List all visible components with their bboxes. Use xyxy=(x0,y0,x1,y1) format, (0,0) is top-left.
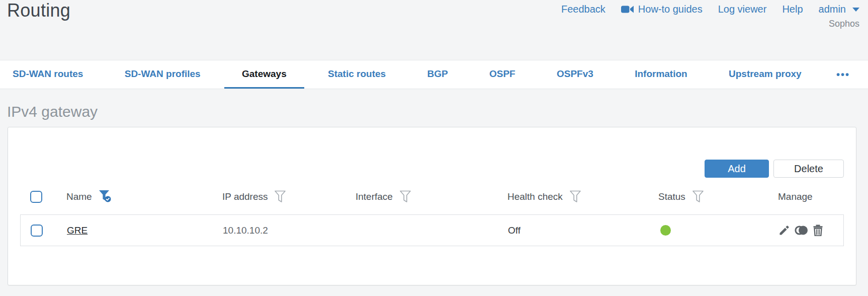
top-nav: Feedback How-to guides Log viewer Help a… xyxy=(561,4,859,15)
column-header-manage: Manage xyxy=(778,191,844,202)
edit-pencil-icon[interactable] xyxy=(778,225,790,236)
column-header-ip-address: IP address xyxy=(222,190,356,203)
tab-sd-wan-profiles[interactable]: SD-WAN profiles xyxy=(107,60,218,89)
gateway-table-panel: Add Delete Name IP address xyxy=(8,127,856,285)
user-menu[interactable]: admin xyxy=(819,4,859,15)
row-checkbox[interactable] xyxy=(31,225,43,237)
column-header-interface: Interface xyxy=(356,190,507,203)
column-header-health-check: Health check xyxy=(507,190,658,203)
tab-ospfv3[interactable]: OSPFv3 xyxy=(539,60,611,89)
delete-trash-icon[interactable] xyxy=(813,225,823,236)
table-row: GRE 10.10.10.2 Off xyxy=(21,215,843,246)
tab-ospf[interactable]: OSPF xyxy=(472,60,533,89)
filter-icon[interactable] xyxy=(692,190,704,203)
add-button[interactable]: Add xyxy=(705,160,769,178)
tab-static-routes[interactable]: Static routes xyxy=(310,60,403,89)
ip-address-cell: 10.10.10.2 xyxy=(223,225,356,236)
video-camera-icon xyxy=(621,5,634,14)
how-to-guides-link[interactable]: How-to guides xyxy=(621,4,703,15)
help-link[interactable]: Help xyxy=(782,4,803,15)
log-viewer-link[interactable]: Log viewer xyxy=(718,4,767,15)
manage-cell xyxy=(778,225,843,236)
status-green-dot xyxy=(660,225,671,236)
chevron-down-icon xyxy=(852,8,859,12)
health-check-cell: Off xyxy=(508,225,659,236)
select-all-checkbox[interactable] xyxy=(30,191,42,203)
tab-bar: SD-WAN routes SD-WAN profiles Gateways S… xyxy=(0,60,868,89)
brand-label: Sophos xyxy=(561,19,859,29)
table-body: GRE 10.10.10.2 Off xyxy=(20,214,844,246)
tab-information[interactable]: Information xyxy=(617,60,705,89)
clone-icon[interactable] xyxy=(795,225,808,236)
section-heading: IPv4 gateway xyxy=(7,103,868,120)
table-header-row: Name IP address Interface xyxy=(20,186,844,208)
feedback-link[interactable]: Feedback xyxy=(561,4,605,15)
filter-active-icon[interactable] xyxy=(99,190,112,204)
column-header-name: Name xyxy=(66,190,222,204)
status-cell xyxy=(659,225,778,236)
tab-sd-wan-routes[interactable]: SD-WAN routes xyxy=(0,60,101,89)
filter-icon[interactable] xyxy=(569,190,581,203)
gateway-name-link[interactable]: GRE xyxy=(67,225,88,236)
delete-button[interactable]: Delete xyxy=(773,160,844,178)
table-toolbar: Add Delete xyxy=(705,160,844,178)
tab-gateways[interactable]: Gateways xyxy=(224,60,304,89)
gateway-name-cell: GRE xyxy=(67,225,223,236)
tab-upstream-proxy[interactable]: Upstream proxy xyxy=(711,60,819,89)
page-title: Routing xyxy=(7,0,70,21)
page-header: Routing Feedback How-to guides Log viewe… xyxy=(0,0,868,60)
filter-icon[interactable] xyxy=(274,190,286,203)
more-tabs-button[interactable]: ••• xyxy=(825,60,861,89)
top-right-area: Feedback How-to guides Log viewer Help a… xyxy=(561,4,859,29)
column-header-status: Status xyxy=(658,190,778,203)
tab-bgp[interactable]: BGP xyxy=(409,60,465,89)
filter-icon[interactable] xyxy=(399,190,411,203)
